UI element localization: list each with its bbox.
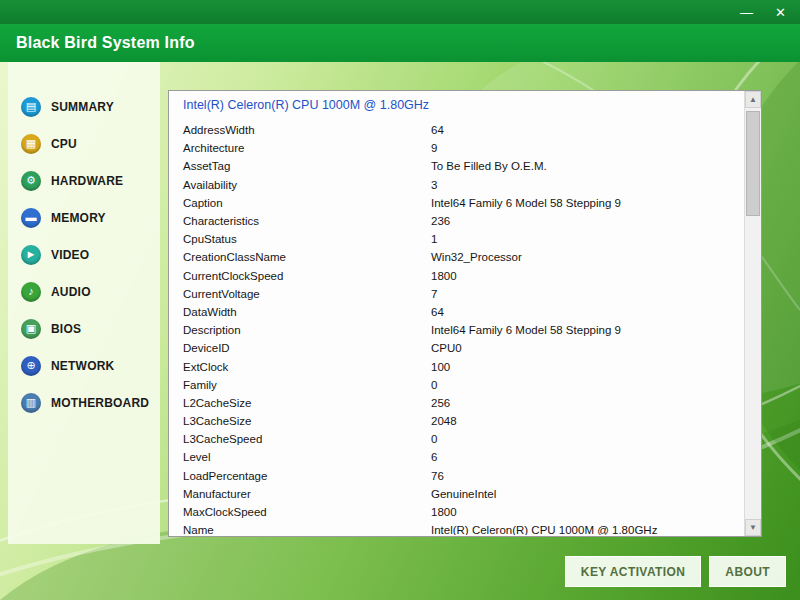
property-value: To Be Filled By O.E.M. bbox=[431, 160, 547, 172]
sidebar-item-memory[interactable]: ▬ MEMORY bbox=[8, 207, 160, 228]
property-name: Description bbox=[183, 324, 431, 336]
property-name: Name bbox=[183, 524, 431, 535]
property-name: Availability bbox=[183, 179, 431, 191]
property-name: Manufacturer bbox=[183, 488, 431, 500]
minimize-button[interactable]: — bbox=[740, 6, 753, 19]
audio-icon: ♪ bbox=[21, 282, 41, 302]
property-name: Characteristics bbox=[183, 215, 431, 227]
property-row: Manufacturer GenuineIntel bbox=[169, 485, 744, 503]
property-row: Availability 3 bbox=[169, 176, 744, 194]
property-value: 64 bbox=[431, 306, 444, 318]
app-title: Black Bird System Info bbox=[16, 34, 195, 52]
scroll-down-icon[interactable]: ▼ bbox=[745, 519, 761, 536]
sidebar: ▤ SUMMARY ▦ CPU ⚙ HARDWARE ▬ MEMORY ► VI… bbox=[8, 62, 160, 544]
network-icon: ⊕ bbox=[21, 356, 41, 376]
sidebar-item-network[interactable]: ⊕ NETWORK bbox=[8, 355, 160, 376]
property-row: Family 0 bbox=[169, 376, 744, 394]
vertical-scrollbar[interactable]: ▲ ▼ bbox=[744, 91, 761, 536]
property-row: CurrentVoltage 7 bbox=[169, 285, 744, 303]
sidebar-item-motherboard[interactable]: ▥ MOTHERBOARD bbox=[8, 392, 160, 413]
key-activation-button[interactable]: KEY ACTIVATION bbox=[565, 556, 702, 587]
sidebar-item-cpu[interactable]: ▦ CPU bbox=[8, 133, 160, 154]
property-name: MaxClockSpeed bbox=[183, 506, 431, 518]
title-bar: Black Bird System Info bbox=[0, 24, 800, 62]
property-name: CurrentVoltage bbox=[183, 288, 431, 300]
property-row: MaxClockSpeed 1800 bbox=[169, 503, 744, 521]
property-value: 0 bbox=[431, 433, 437, 445]
property-value: 6 bbox=[431, 451, 437, 463]
video-icon: ► bbox=[21, 245, 41, 265]
footer-actions: KEY ACTIVATION ABOUT bbox=[565, 556, 786, 587]
property-row: Characteristics 236 bbox=[169, 212, 744, 230]
property-row: AssetTag To Be Filled By O.E.M. bbox=[169, 157, 744, 175]
property-name: Family bbox=[183, 379, 431, 391]
close-button[interactable]: ✕ bbox=[775, 6, 786, 19]
content-panel: Intel(R) Celeron(R) CPU 1000M @ 1.80GHz … bbox=[168, 90, 762, 537]
property-row: DeviceID CPU0 bbox=[169, 339, 744, 357]
memory-icon: ▬ bbox=[21, 208, 41, 228]
property-name: CurrentClockSpeed bbox=[183, 270, 431, 282]
property-row: CurrentClockSpeed 1800 bbox=[169, 267, 744, 285]
scroll-up-icon[interactable]: ▲ bbox=[745, 91, 761, 108]
property-value: Win32_Processor bbox=[431, 251, 522, 263]
property-value: Intel64 Family 6 Model 58 Stepping 9 bbox=[431, 324, 621, 336]
property-row: CpuStatus 1 bbox=[169, 230, 744, 248]
property-value: 100 bbox=[431, 361, 450, 373]
sidebar-item-video[interactable]: ► VIDEO bbox=[8, 244, 160, 265]
property-value: Intel(R) Celeron(R) CPU 1000M @ 1.80GHz bbox=[431, 524, 657, 535]
sidebar-item-bios[interactable]: ▣ BIOS bbox=[8, 318, 160, 339]
property-row: AddressWidth 64 bbox=[169, 121, 744, 139]
property-value: Intel64 Family 6 Model 58 Stepping 9 bbox=[431, 197, 621, 209]
property-name: L2CacheSize bbox=[183, 397, 431, 409]
cpu-header: Intel(R) Celeron(R) CPU 1000M @ 1.80GHz bbox=[183, 98, 737, 112]
property-name: LoadPercentage bbox=[183, 470, 431, 482]
property-name: DeviceID bbox=[183, 342, 431, 354]
property-value: 1 bbox=[431, 233, 437, 245]
sidebar-item-label: CPU bbox=[51, 137, 77, 151]
property-row: Level 6 bbox=[169, 448, 744, 466]
sidebar-item-label: VIDEO bbox=[51, 248, 89, 262]
sidebar-item-summary[interactable]: ▤ SUMMARY bbox=[8, 96, 160, 117]
about-button[interactable]: ABOUT bbox=[709, 556, 786, 587]
property-value: 0 bbox=[431, 379, 437, 391]
property-name: AddressWidth bbox=[183, 124, 431, 136]
property-name: Caption bbox=[183, 197, 431, 209]
property-value: 256 bbox=[431, 397, 450, 409]
property-value: 76 bbox=[431, 470, 444, 482]
property-name: CpuStatus bbox=[183, 233, 431, 245]
sidebar-item-audio[interactable]: ♪ AUDIO bbox=[8, 281, 160, 302]
property-row: ExtClock 100 bbox=[169, 357, 744, 375]
sidebar-item-label: BIOS bbox=[51, 322, 81, 336]
sidebar-item-label: NETWORK bbox=[51, 359, 114, 373]
scrollbar-thumb[interactable] bbox=[746, 111, 760, 216]
property-value: CPU0 bbox=[431, 342, 462, 354]
summary-icon: ▤ bbox=[21, 97, 41, 117]
property-name: Architecture bbox=[183, 142, 431, 154]
property-row: Caption Intel64 Family 6 Model 58 Steppi… bbox=[169, 194, 744, 212]
cpu-icon: ▦ bbox=[21, 134, 41, 154]
property-value: 7 bbox=[431, 288, 437, 300]
property-row: L2CacheSize 256 bbox=[169, 394, 744, 412]
sidebar-item-label: SUMMARY bbox=[51, 100, 114, 114]
sidebar-item-hardware[interactable]: ⚙ HARDWARE bbox=[8, 170, 160, 191]
bios-icon: ▣ bbox=[21, 319, 41, 339]
property-row: LoadPercentage 76 bbox=[169, 467, 744, 485]
property-value: 64 bbox=[431, 124, 444, 136]
property-value: GenuineIntel bbox=[431, 488, 496, 500]
property-row: Name Intel(R) Celeron(R) CPU 1000M @ 1.8… bbox=[169, 521, 744, 535]
property-value: 1800 bbox=[431, 506, 457, 518]
property-name: AssetTag bbox=[183, 160, 431, 172]
property-name: L3CacheSize bbox=[183, 415, 431, 427]
property-list: AddressWidth 64 Architecture 9 AssetTag … bbox=[169, 121, 744, 535]
hardware-icon: ⚙ bbox=[21, 171, 41, 191]
sidebar-item-label: AUDIO bbox=[51, 285, 91, 299]
property-value: 236 bbox=[431, 215, 450, 227]
property-row: L3CacheSize 2048 bbox=[169, 412, 744, 430]
sidebar-item-label: MEMORY bbox=[51, 211, 106, 225]
property-value: 9 bbox=[431, 142, 437, 154]
window-strip: — ✕ bbox=[0, 0, 800, 24]
property-value: 3 bbox=[431, 179, 437, 191]
sidebar-item-label: HARDWARE bbox=[51, 174, 123, 188]
property-row: CreationClassName Win32_Processor bbox=[169, 248, 744, 266]
property-value: 2048 bbox=[431, 415, 457, 427]
